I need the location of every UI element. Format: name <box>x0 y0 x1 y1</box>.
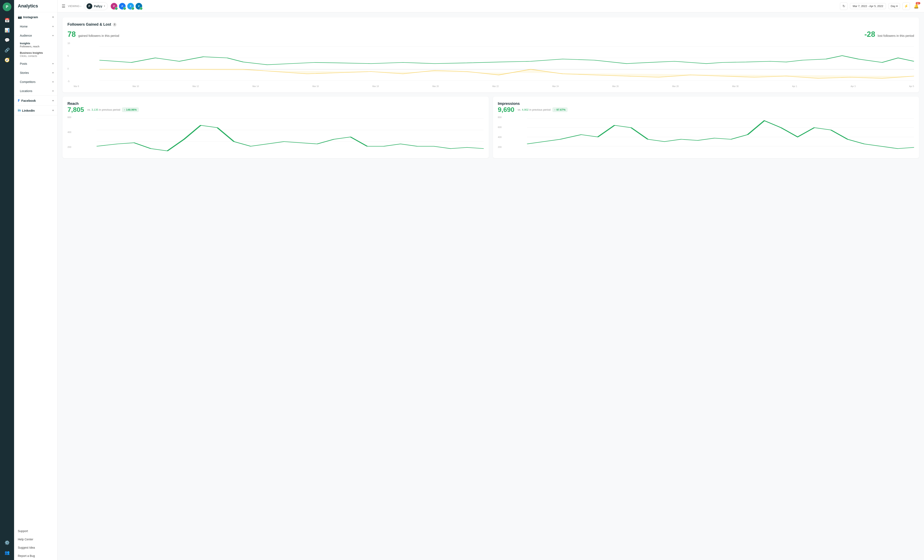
posts-chevron: ▾ <box>52 62 54 65</box>
chat-icon[interactable]: 💬 <box>3 36 11 44</box>
page-title: Analytics <box>14 0 57 12</box>
calendar-icon[interactable]: 📅 <box>3 16 11 24</box>
followers-chart-svg <box>68 42 914 87</box>
stories-chevron: ▾ <box>52 71 54 74</box>
sidebar-subsection-audience[interactable]: Audience ▾ <box>14 31 57 40</box>
impressions-title: Impressions <box>498 102 914 106</box>
date-range-text: Mar 7, 2022 - Apr 5, 2022 <box>853 4 883 7</box>
reach-title: Reach <box>68 102 484 106</box>
metrics-row: Reach 7,805 vs. 3,135 in previous period… <box>63 97 919 162</box>
reach-compare: vs. 3,135 in previous period <box>87 108 120 111</box>
sidebar-subsection-posts[interactable]: Posts ▾ <box>14 59 57 68</box>
followers-stats: 78 gained followers in this period -28 l… <box>68 30 914 39</box>
competitors-chevron: ▾ <box>52 81 54 83</box>
account-selector[interactable]: P Pallyy ▾ <box>84 2 108 10</box>
social-twitter-icon[interactable]: P ✓ <box>127 3 134 10</box>
followers-info-icon[interactable]: ℹ <box>113 23 117 27</box>
sidebar-item-business-insights[interactable]: Business Insights Clicks, contacts <box>14 49 57 59</box>
linkedin-icon: in <box>18 109 21 112</box>
compass-icon[interactable]: 🧭 <box>3 56 11 64</box>
facebook-icon: 𝗙 <box>18 99 20 103</box>
gained-stat: 78 gained followers in this period <box>68 30 119 39</box>
period-chevron: ▾ <box>896 4 898 7</box>
sidebar-linkedin-header[interactable]: in LinkedIn ▾ <box>14 106 57 115</box>
reach-value: 7,805 <box>68 106 84 114</box>
social-facebook-icon[interactable]: P ✓ <box>118 3 126 10</box>
sidebar: Analytics 📷 Instagram ▾ Home ▾ Audience … <box>14 0 57 560</box>
reach-chart-container: 600 400 200 <box>68 116 484 153</box>
period-selector[interactable]: Day ▾ <box>888 3 900 9</box>
content-area: Followers Gained & Lost ℹ 78 gained foll… <box>57 12 924 560</box>
sidebar-subsection-home[interactable]: Home ▾ <box>14 22 57 31</box>
home-chevron: ▾ <box>52 25 54 28</box>
app-logo[interactable]: P <box>3 3 11 11</box>
analytics-icon[interactable]: 📊 <box>3 26 11 34</box>
export-button[interactable]: ⚡ <box>903 3 910 10</box>
account-name: Pallyy <box>94 4 102 8</box>
impressions-chart-container: 800 600 400 200 <box>498 116 914 153</box>
topbar: ☰ VIEWING › P Pallyy ▾ P ✓ P ✓ P ✓ P <box>57 0 924 12</box>
impressions-compare: vs. 4,902 in previous period <box>518 108 550 111</box>
sidebar-suggest-link[interactable]: Suggest Idea <box>14 544 57 552</box>
hamburger-button[interactable]: ☰ <box>62 4 65 9</box>
reach-chart-svg <box>68 116 484 153</box>
sidebar-reportbug-link[interactable]: Report a Bug <box>14 552 57 560</box>
main-area: ☰ VIEWING › P Pallyy ▾ P ✓ P ✓ P ✓ P <box>57 0 924 560</box>
facebook-chevron: ▾ <box>52 99 54 102</box>
sidebar-facebook-header[interactable]: 𝗙 Facebook ▾ <box>14 96 57 105</box>
period-text: Day <box>891 4 896 7</box>
locations-chevron: ▾ <box>52 90 54 93</box>
lost-stat: -28 lost followers in this period <box>864 30 914 39</box>
followers-x-labels: Mar 8 Mar 10 Mar 12 Mar 14 Mar 16 Mar 18… <box>74 85 914 87</box>
followers-chart-title: Followers Gained & Lost ℹ <box>68 22 914 27</box>
sidebar-section-instagram: 📷 Instagram ▾ Home ▾ Audience ▾ Insights… <box>14 12 57 96</box>
reach-badge: ↑ 148.96% <box>122 107 139 112</box>
sidebar-subsection-competitors[interactable]: Competitors ▾ <box>14 77 57 87</box>
social-account-icons: P ✓ P ✓ P ✓ P ✓ <box>110 3 142 10</box>
date-range-picker[interactable]: Mar 7, 2022 - Apr 5, 2022 <box>850 3 886 9</box>
followers-chart-container: 10 5 0 -5 Mar 8 Mar 10 Mar 12 Mar 14 Mar… <box>68 42 914 87</box>
audience-chevron: ▾ <box>52 34 54 37</box>
social-linkedin-icon[interactable]: P ✓ <box>135 3 142 10</box>
followers-chart-section: Followers Gained & Lost ℹ 78 gained foll… <box>63 17 919 93</box>
impressions-value: 9,690 <box>498 106 514 114</box>
account-chevron: ▾ <box>104 5 105 7</box>
sidebar-helpcenter-link[interactable]: Help Center <box>14 535 57 544</box>
settings-icon[interactable]: ⚙️ <box>3 539 11 547</box>
sidebar-subsection-stories[interactable]: Stories ▾ <box>14 68 57 77</box>
notification-button[interactable]: 🔔 50+ <box>912 3 920 10</box>
impressions-chart-svg <box>498 116 914 153</box>
users-icon[interactable]: 👥 <box>3 548 11 557</box>
instagram-chevron: ▾ <box>52 16 54 19</box>
social-instagram-icon[interactable]: P ✓ <box>110 3 118 10</box>
reach-stats-row: 7,805 vs. 3,135 in previous period ↑ 148… <box>68 106 484 114</box>
notification-badge: 50+ <box>916 2 920 4</box>
sidebar-instagram-header[interactable]: 📷 Instagram ▾ <box>14 12 57 22</box>
linkedin-chevron: ▾ <box>52 109 54 112</box>
reach-chart-section: Reach 7,805 vs. 3,135 in previous period… <box>63 97 489 158</box>
viewing-label: VIEWING › <box>68 4 81 7</box>
sidebar-subsection-locations[interactable]: Locations ▾ <box>14 87 57 96</box>
impressions-badge: ↑ 97.67% <box>552 107 568 112</box>
link-icon[interactable]: 🔗 <box>3 46 11 54</box>
refresh-button[interactable]: ↻ <box>840 3 848 10</box>
sidebar-section-facebook: 𝗙 Facebook ▾ <box>14 96 57 106</box>
impressions-chart-section: Impressions 9,690 vs. 4,902 in previous … <box>493 97 919 158</box>
impressions-stats-row: 9,690 vs. 4,902 in previous period ↑ 97.… <box>498 106 914 114</box>
instagram-icon: 📷 <box>18 15 22 19</box>
account-avatar: P <box>87 3 92 9</box>
sidebar-section-linkedin: in LinkedIn ▾ <box>14 106 57 115</box>
sidebar-support-link[interactable]: Support <box>14 527 57 535</box>
icon-rail: P 📅 📊 💬 🔗 🧭 ⚙️ 👥 <box>0 0 14 560</box>
sidebar-item-insights[interactable]: Insights Followers, reach <box>14 40 57 49</box>
